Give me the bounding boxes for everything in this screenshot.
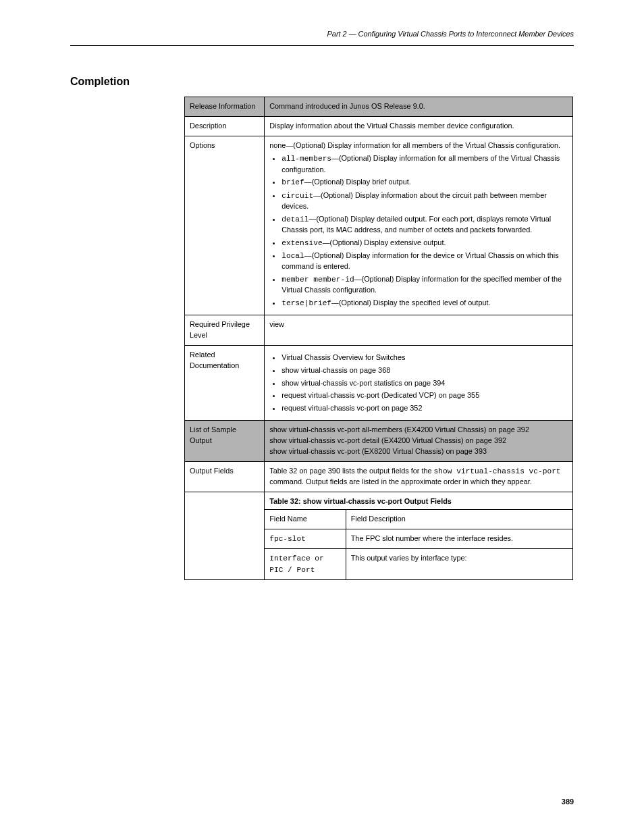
- value-related-doc: Virtual Chassis Overview for Switches sh…: [265, 346, 573, 421]
- option-desc: —(Optional) Display information for the …: [281, 251, 558, 270]
- table32-header-fieldname: Field Name: [265, 510, 346, 529]
- option-name: local: [281, 252, 304, 260]
- option-name: all-members: [281, 155, 331, 163]
- related-title: show virtual-chassis vc-port statistics: [281, 379, 402, 387]
- option-item: detail—(Optional) Display detailed outpu…: [281, 214, 568, 236]
- main-table-wrapper: Release Information Command introduced i…: [184, 97, 573, 580]
- label-description: Description: [185, 116, 265, 136]
- output-fields-suffix: command. Output fields are listed in the…: [269, 477, 532, 486]
- options-none-line: none—(Optional) Display information for …: [269, 140, 568, 151]
- output-fields-prefix: Table 32 on page 390 lists the output fi…: [269, 467, 433, 475]
- running-header: Part 2 — Configuring Virtual Chassis Por…: [327, 30, 574, 38]
- option-item: terse|brief—(Optional) Display the speci…: [281, 298, 568, 309]
- label-related-doc: Related Documentation: [185, 346, 265, 421]
- option-item: circuit—(Optional) Display information a…: [281, 190, 568, 212]
- option-item: all-members—(Optional) Display informati…: [281, 153, 568, 175]
- related-page: on page 368: [350, 366, 391, 374]
- table32-fieldname: fpc-slot: [265, 529, 346, 549]
- option-desc: —(Optional) Display information about th…: [281, 191, 547, 210]
- related-item: show virtual-chassis on page 368: [281, 365, 568, 376]
- label-table32: [185, 492, 265, 579]
- related-item: request virtual-chassis vc-port on page …: [281, 403, 568, 414]
- row-table32: Table 32: show virtual-chassis vc-port O…: [185, 492, 573, 579]
- option-item: member member-id—(Optional) Display info…: [281, 274, 568, 296]
- option-desc: —(Optional) Display brief output.: [304, 178, 411, 186]
- row-description: Description Display information about th…: [185, 116, 573, 136]
- table32-fielddesc: This output varies by interface type:: [346, 549, 572, 579]
- related-page: on page 355: [439, 391, 480, 399]
- value-release-info: Command introduced in Junos OS Release 9…: [265, 97, 573, 117]
- label-sample-output: List of Sample Output: [185, 421, 265, 461]
- related-page: on page 394: [404, 379, 446, 387]
- option-item: local—(Optional) Display information for…: [281, 251, 568, 272]
- related-title: show virtual-chassis: [281, 366, 347, 374]
- table32-header-fielddesc: Field Description: [346, 510, 572, 529]
- header-rule: [70, 45, 574, 46]
- value-description: Display information about the Virtual Ch…: [265, 116, 573, 136]
- main-table: Release Information Command introduced i…: [184, 97, 573, 580]
- label-privilege: Required Privilege Level: [185, 315, 265, 346]
- option-item: brief—(Optional) Display brief output.: [281, 177, 568, 188]
- related-item: show virtual-chassis vc-port statistics …: [281, 378, 568, 389]
- table32-row: fpc-slot The FPC slot number where the i…: [265, 529, 572, 549]
- option-name: detail: [281, 215, 308, 224]
- output-fields-cmd: show virtual-chassis vc-port: [434, 467, 561, 475]
- label-options: Options: [185, 136, 265, 315]
- table32-subtable: Field Name Field Description fpc-slot Th…: [265, 509, 572, 579]
- option-desc: —(Optional) Display extensive output.: [323, 238, 446, 246]
- option-name: circuit: [281, 192, 313, 200]
- value-privilege: view: [265, 315, 573, 346]
- related-title: Virtual Chassis Overview for Switches: [281, 353, 405, 361]
- sample-output-line: show virtual-chassis vc-port (EX8200 Vir…: [269, 446, 568, 457]
- row-options: Options none—(Optional) Display informat…: [185, 136, 573, 315]
- table32-header-row: Field Name Field Description: [265, 510, 572, 529]
- row-output-fields: Output Fields Table 32 on page 390 lists…: [185, 461, 573, 492]
- related-page: on page 352: [381, 404, 423, 412]
- row-privilege: Required Privilege Level view: [185, 315, 573, 346]
- option-name: extensive: [281, 239, 322, 247]
- option-item: extensive—(Optional) Display extensive o…: [281, 238, 568, 249]
- option-name: brief: [281, 178, 304, 186]
- sample-output-line: show virtual-chassis vc-port detail (EX4…: [269, 436, 568, 446]
- sample-output-line: show virtual-chassis vc-port all-members…: [269, 425, 568, 436]
- related-title: request virtual-chassis vc-port: [281, 404, 379, 412]
- value-output-fields: Table 32 on page 390 lists the output fi…: [265, 461, 573, 492]
- option-desc: —(Optional) Display detailed output. For…: [281, 215, 551, 234]
- page-number: 389: [562, 798, 574, 806]
- value-options: none—(Optional) Display information for …: [265, 136, 573, 315]
- table32-fieldname: Interface or PIC / Port: [265, 549, 346, 579]
- option-name: terse|brief: [281, 299, 331, 307]
- value-table32: Table 32: show virtual-chassis vc-port O…: [265, 492, 573, 579]
- related-item: request virtual-chassis vc-port (Dedicat…: [281, 390, 568, 401]
- option-name: member member-id: [281, 276, 354, 284]
- related-title: request virtual-chassis vc-port (Dedicat…: [281, 391, 436, 399]
- section-title: Completion: [70, 76, 130, 88]
- row-related-doc: Related Documentation Virtual Chassis Ov…: [185, 346, 573, 421]
- related-item: Virtual Chassis Overview for Switches: [281, 353, 568, 363]
- table32-fielddesc: The FPC slot number where the interface …: [346, 529, 572, 549]
- option-desc: —(Optional) Display the specified level …: [331, 298, 490, 307]
- table32-row: Interface or PIC / Port This output vari…: [265, 549, 572, 579]
- label-output-fields: Output Fields: [185, 461, 265, 492]
- options-list: all-members—(Optional) Display informati…: [269, 153, 568, 309]
- value-sample-output: show virtual-chassis vc-port all-members…: [265, 421, 573, 461]
- row-release-info: Release Information Command introduced i…: [185, 97, 573, 117]
- label-release-info: Release Information: [185, 97, 265, 117]
- table32-caption: Table 32: show virtual-chassis vc-port O…: [265, 492, 572, 510]
- page: Part 2 — Configuring Virtual Chassis Por…: [0, 0, 644, 834]
- row-sample-output: List of Sample Output show virtual-chass…: [185, 421, 573, 461]
- related-list: Virtual Chassis Overview for Switches sh…: [269, 353, 568, 414]
